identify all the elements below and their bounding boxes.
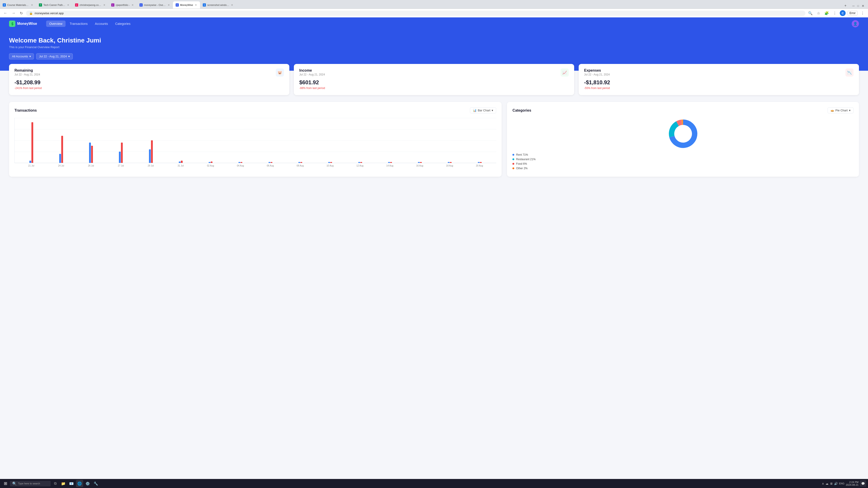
taskbar-settings[interactable]: ⚙️	[84, 480, 91, 487]
tab-close-icon[interactable]: ✕	[131, 4, 134, 6]
bar-group	[285, 162, 315, 163]
user-avatar[interactable]: 👤	[852, 20, 859, 27]
bar-group	[17, 122, 46, 163]
pie-chart-chevron: ▾	[849, 109, 850, 112]
browser-tab-tab7[interactable]: G screenshot windows... ✕	[200, 1, 236, 8]
nav-link-overview[interactable]: Overview	[46, 21, 66, 27]
tab-favicon: m	[140, 3, 143, 6]
browser-profile[interactable]: C	[840, 10, 846, 16]
card-icon: 📉	[845, 68, 854, 76]
bar-group	[196, 162, 225, 163]
systray-volume[interactable]: 🔊	[834, 482, 838, 485]
date-filter-button[interactable]: Jul 22 - Aug 21, 2024 ▾	[36, 53, 73, 59]
bar-label: 10 Aug	[315, 164, 345, 167]
app-header: 💲 MoneyWise OverviewTransactionsAccounts…	[0, 18, 868, 30]
bar-label: 26 Jul	[76, 164, 106, 167]
error-button[interactable]: Error	[847, 11, 858, 15]
card-header: Remaining Jul 22 - Aug 21, 2024 🐷	[14, 68, 284, 76]
expense-bar	[241, 162, 242, 163]
browser-tab-tab6[interactable]: M MoneyWise ✕	[173, 1, 200, 8]
bar-chart-type-label: Bar Chart	[478, 109, 491, 112]
search-icon[interactable]: 🔍	[807, 10, 813, 16]
nav-link-categories[interactable]: Categories	[112, 21, 133, 27]
browser-menu-icon[interactable]: ⋮	[832, 10, 838, 16]
taskbar-chrome[interactable]: 🌐	[76, 480, 83, 487]
tab-close-icon[interactable]: ✕	[31, 4, 33, 6]
nav-link-transactions[interactable]: Transactions	[66, 21, 91, 27]
bar-label: 16 Aug	[405, 164, 435, 167]
income-bar	[358, 162, 360, 163]
card-title-group: Remaining Jul 22 - Aug 21, 2024	[14, 68, 40, 76]
browser-tab-tab4[interactable]: c cjwportfolio - ✕	[108, 1, 137, 8]
chart-header: Transactions 📊 Bar Chart ▾	[14, 107, 496, 113]
tab-favicon: M	[176, 3, 179, 6]
tab-close-icon[interactable]: ✕	[194, 4, 197, 6]
date-filter-label: Jul 22 - Aug 21, 2024	[39, 55, 67, 58]
extensions-icon[interactable]: 🧩	[824, 10, 830, 16]
card-value: -$1,810.92	[584, 79, 854, 86]
card-income: Income Jul 22 - Aug 21, 2024 📈 $601.92 -…	[294, 64, 574, 95]
browser-tab-tab1[interactable]: B Course Materials | BC ✕	[0, 1, 36, 8]
browser-toolbar: ← → ↻ 🔒 moneywise.vercel.app 🔍 ☆ 🧩 ⋮ C E…	[0, 8, 868, 18]
bar-group	[46, 136, 76, 163]
address-bar[interactable]: 🔒 moneywise.vercel.app	[26, 11, 805, 16]
tab-label: cjwportfolio -	[116, 4, 130, 6]
tab-close-icon[interactable]: ✕	[167, 4, 170, 6]
browser-tab-tab3[interactable]: c christinejwong.com/... ✕	[72, 1, 108, 8]
pie-container: Rent 71% Restaurant 21% Food 6% Other 2%	[513, 118, 854, 171]
tab-close-icon[interactable]: ✕	[230, 4, 234, 6]
bar-label: 14 Aug	[375, 164, 405, 167]
accounts-filter-button[interactable]: All Accounts ▾	[9, 53, 34, 59]
bar-chart-bars	[15, 118, 496, 163]
tab-close-icon[interactable]: ✕	[103, 4, 106, 6]
taskbar-outlook[interactable]: 📧	[68, 480, 75, 487]
bar-label: 04 Aug	[225, 164, 255, 167]
bar-label: 06 Aug	[255, 164, 285, 167]
tab-favicon: c	[111, 3, 114, 6]
maximize-button[interactable]: □	[857, 4, 859, 7]
bar-label: 27 Jul	[106, 164, 136, 167]
tab-close-icon[interactable]: ✕	[67, 4, 70, 6]
taskbar-explorer[interactable]: 📁	[60, 480, 67, 487]
close-button[interactable]: ✕	[862, 4, 864, 8]
bar-group	[166, 161, 195, 163]
card-remaining: Remaining Jul 22 - Aug 21, 2024 🐷 -$1,20…	[9, 64, 289, 95]
bar-group	[106, 142, 135, 163]
logo-text: MoneyWise	[17, 22, 37, 26]
browser-tab-tab5[interactable]: m moneywise - Overvi... ✕	[137, 1, 173, 8]
taskbar-task-view[interactable]: ⧉	[52, 480, 59, 487]
back-button[interactable]: ←	[2, 11, 8, 15]
expense-bar	[301, 162, 302, 163]
settings-icon[interactable]: ⋮	[860, 10, 866, 16]
minimize-button[interactable]: ─	[852, 4, 855, 8]
taskbar-cog[interactable]: 🔧	[92, 480, 99, 487]
new-tab-button[interactable]: +	[842, 3, 848, 8]
taskbar-search[interactable]: 🔍 Type here to search	[10, 481, 51, 486]
tab-label: Course Materials | BC	[7, 4, 29, 6]
bar-chart-type-button[interactable]: 📊 Bar Chart ▾	[470, 107, 496, 113]
forward-button[interactable]: →	[10, 11, 17, 15]
bar-label: 18 Aug	[435, 164, 465, 167]
pie-legend: Rent 71% Restaurant 21% Food 6% Other 2%	[513, 153, 854, 171]
transactions-chart-card: Transactions 📊 Bar Chart ▾	[9, 102, 502, 177]
browser-tab-tab2[interactable]: T Tech Career Path an... ✕	[36, 1, 72, 8]
start-button[interactable]: ⊞	[2, 480, 9, 487]
card-title-group: Expenses Jul 22 - Aug 21, 2024	[584, 68, 610, 76]
systray-chevron[interactable]: ∧	[822, 482, 824, 485]
bar-chart-icon: 📊	[473, 109, 476, 112]
cards-section: Remaining Jul 22 - Aug 21, 2024 🐷 -$1,20…	[0, 64, 868, 95]
bar-group	[315, 162, 345, 163]
nav-link-accounts[interactable]: Accounts	[92, 21, 111, 27]
bookmark-icon[interactable]: ☆	[815, 10, 822, 16]
systray-monitor[interactable]: 🖥	[830, 482, 833, 485]
income-bar	[59, 154, 61, 163]
accounts-filter-chevron: ▾	[29, 55, 31, 58]
income-bar	[418, 162, 420, 163]
systray-lang[interactable]: ENG	[839, 482, 844, 485]
pie-chart-type-button[interactable]: 🥧 Pie Chart ▾	[828, 107, 854, 113]
card-change: -55% from last period	[584, 87, 854, 90]
systray-cloud[interactable]: ☁	[826, 482, 829, 485]
card-value: -$1,208.99	[14, 79, 284, 86]
notification-button[interactable]: 💬	[860, 480, 866, 487]
reload-button[interactable]: ↻	[19, 11, 24, 16]
